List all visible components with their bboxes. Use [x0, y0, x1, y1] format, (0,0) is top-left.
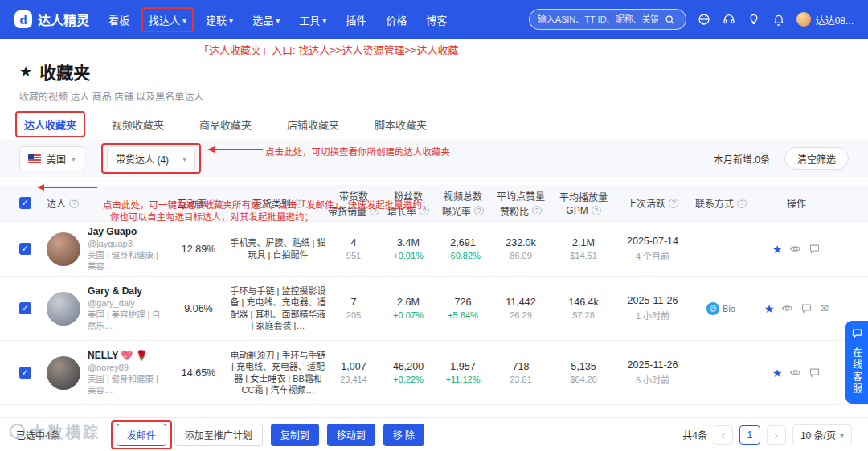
- view-eye-icon[interactable]: [789, 367, 801, 379]
- select-all-checkbox[interactable]: [19, 197, 31, 209]
- last-active: 2025-11-26: [627, 359, 678, 371]
- app-logo[interactable]: 达人精灵: [14, 10, 89, 29]
- avg-plays: 146.4k: [568, 297, 599, 308]
- page-subtitle: 收藏的视频 达人 商品 店铺 以及黑名单达人: [19, 89, 849, 103]
- help-icon[interactable]: [592, 206, 601, 215]
- chevron-down-icon: [840, 429, 844, 441]
- nav-item-dashboard[interactable]: 看板: [108, 12, 129, 27]
- comment-icon[interactable]: [809, 243, 821, 255]
- mail-icon[interactable]: [820, 302, 829, 314]
- help-icon[interactable]: [370, 206, 379, 215]
- help-icon[interactable]: [69, 199, 79, 208]
- influencer-name[interactable]: NELLY 💖 🌹: [88, 350, 167, 361]
- videos-count: 726: [455, 297, 472, 308]
- bottom-action-bar: 已选中4条 发邮件 添加至推广计划 复制到 移动到 移 除 共4条 1 10 条…: [0, 417, 868, 451]
- bio-link-icon[interactable]: [706, 302, 719, 315]
- tab-product-collection[interactable]: 商品收藏夹: [199, 117, 252, 132]
- search-icon[interactable]: [663, 12, 678, 27]
- total-count: 共4条: [682, 428, 707, 441]
- row-checkbox[interactable]: [19, 243, 31, 255]
- prev-page-button[interactable]: [714, 425, 733, 445]
- comment-icon[interactable]: [809, 367, 821, 379]
- search-input[interactable]: [538, 14, 658, 24]
- tab-video-collection[interactable]: 视频收藏夹: [112, 117, 164, 132]
- remove-button[interactable]: 移 除: [383, 424, 424, 446]
- help-icon[interactable]: [210, 199, 219, 208]
- nav-item-products[interactable]: 选品: [252, 12, 280, 27]
- tab-script-collection[interactable]: 脚本收藏夹: [375, 117, 427, 132]
- nav-item-blog[interactable]: 博客: [426, 12, 447, 27]
- country-select[interactable]: 美国: [19, 146, 84, 170]
- table-row: NELLY 💖 🌹 @norey89 美国 | 健身和健康 | 美容… 14.6…: [0, 341, 868, 405]
- nav-item-pricing[interactable]: 价格: [386, 12, 407, 27]
- avg-plays: 2.1M: [572, 237, 595, 248]
- support-headset-icon[interactable]: [722, 12, 736, 27]
- row-checkbox[interactable]: [19, 367, 31, 379]
- help-icon[interactable]: [294, 199, 304, 208]
- page-number[interactable]: 1: [739, 425, 760, 445]
- favorite-star-icon[interactable]: [772, 367, 783, 379]
- sales-count: 1,007: [341, 361, 366, 372]
- us-flag-icon: [28, 154, 41, 163]
- online-service-widget[interactable]: 在线客服: [845, 321, 868, 404]
- nav-right: 达达08...: [529, 9, 854, 30]
- table-row: Gary & Daly @gary_daly 美国 | 美容护理 | 自然乐… …: [0, 277, 868, 341]
- influencer-handle: @norey89: [88, 363, 167, 372]
- chevron-down-icon: [182, 153, 186, 164]
- table-header: 达人 互动率 带货类别 带货数带货销量 粉丝数增长率 视频总数曝光率 平均点赞量…: [0, 185, 868, 222]
- nav-item-connect[interactable]: 建联: [206, 12, 233, 27]
- influencer-handle: @jayguap3: [88, 239, 167, 248]
- category: 手环与手链 | 监控摄影设备 | 充电线、充电器、适配器 | 耳机、面部精华液 …: [230, 285, 326, 331]
- bio-label: Bio: [723, 304, 735, 314]
- username: 达达08...: [816, 13, 854, 27]
- collection-select[interactable]: 带货达人 (4): [107, 146, 195, 170]
- add-to-campaign-button[interactable]: 添加至推广计划: [174, 424, 263, 446]
- influencer-handle: @gary_daly: [88, 298, 167, 308]
- comment-icon[interactable]: [800, 302, 813, 314]
- influencer-name[interactable]: Jay Guapo: [88, 226, 167, 237]
- tab-influencer-collection[interactable]: 达人收藏夹: [24, 117, 76, 132]
- page-title: 收藏夹: [39, 59, 90, 84]
- influencer-name[interactable]: Gary & Daly: [88, 285, 167, 297]
- favorite-star-icon[interactable]: [772, 243, 783, 256]
- row-actions: [752, 367, 841, 379]
- nav-item-find-influencer[interactable]: 找达人: [149, 12, 186, 27]
- nav-item-tools[interactable]: 工具: [299, 12, 326, 27]
- chevron-down-icon: [182, 14, 186, 26]
- move-to-button[interactable]: 移动到: [327, 424, 375, 446]
- last-active: 2025-07-14: [627, 236, 678, 247]
- clear-filters-button[interactable]: 清空筛选: [784, 147, 849, 170]
- help-icon[interactable]: [420, 206, 429, 215]
- month-new-count: 本月新增:0条: [714, 152, 770, 166]
- notification-bell-icon[interactable]: [772, 12, 786, 27]
- view-eye-icon[interactable]: [789, 243, 801, 255]
- help-icon[interactable]: [669, 199, 678, 208]
- row-actions: [752, 302, 841, 315]
- language-globe-icon[interactable]: [697, 12, 711, 27]
- help-icon[interactable]: [474, 206, 484, 215]
- user-menu[interactable]: 达达08...: [796, 12, 854, 27]
- avg-likes: 11,442: [506, 297, 535, 308]
- chevron-down-icon: [229, 14, 233, 26]
- view-eye-icon[interactable]: [781, 302, 793, 314]
- nav-item-plugin[interactable]: 插件: [346, 12, 366, 27]
- next-page-button[interactable]: [767, 425, 786, 445]
- page-size-select[interactable]: 10 条/页: [792, 424, 852, 445]
- favorite-star-icon[interactable]: [764, 302, 775, 315]
- interaction-rate: 9.06%: [167, 303, 230, 314]
- row-checkbox[interactable]: [19, 302, 31, 314]
- copy-to-button[interactable]: 复制到: [271, 424, 319, 446]
- col-plays: 平均播放量: [559, 190, 608, 203]
- selected-count: 已选中4条: [16, 428, 60, 441]
- chat-bubble-icon: [851, 327, 863, 342]
- send-email-button[interactable]: 发邮件: [117, 424, 166, 446]
- main-menu: 看板 找达人 建联 选品 工具 插件 价格 博客: [108, 12, 447, 27]
- tab-shop-collection[interactable]: 店铺收藏夹: [287, 117, 339, 132]
- fans-count: 2.6M: [397, 297, 420, 308]
- avatar: [47, 356, 80, 390]
- tips-bulb-icon[interactable]: [747, 12, 761, 27]
- help-icon[interactable]: [737, 199, 747, 208]
- logo-icon: [14, 10, 32, 28]
- help-icon[interactable]: [532, 206, 542, 215]
- chevron-down-icon: [72, 153, 76, 164]
